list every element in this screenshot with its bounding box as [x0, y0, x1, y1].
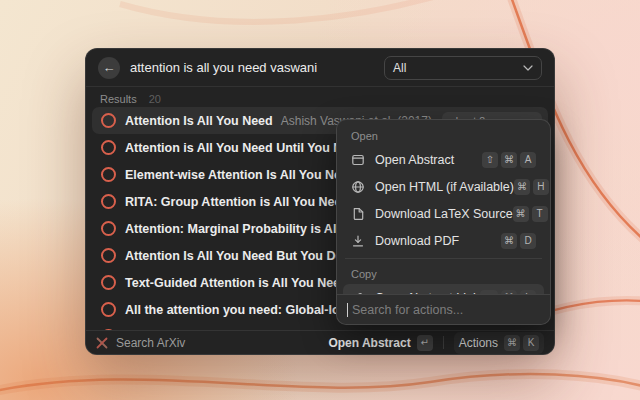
- results-count: 20: [149, 93, 161, 105]
- app-name: Search ArXiv: [116, 336, 185, 350]
- keycap: K: [523, 335, 539, 351]
- paper-ring-icon: [101, 221, 116, 236]
- menu-item-download-pdf[interactable]: Download PDF⌘D: [343, 227, 544, 254]
- paper-ring-icon: [101, 113, 116, 128]
- filter-selected-value: All: [393, 61, 406, 75]
- menu-item-download-latex-source[interactable]: Download LaTeX Source⌘T: [343, 200, 544, 227]
- return-keycap: ↵: [417, 335, 433, 351]
- results-section-header: Results 20: [86, 87, 554, 108]
- menu-item-label: Download PDF: [375, 234, 459, 248]
- paper-ring-icon: [101, 275, 116, 290]
- keycap: ⌘: [513, 206, 529, 222]
- keycap: ⌘: [501, 233, 517, 249]
- shortcut-keys: ⌘D: [501, 233, 536, 249]
- menu-item-label: Download LaTeX Source: [375, 207, 513, 221]
- actions-search-bar: [337, 294, 550, 324]
- menu-section-divider: [345, 258, 542, 259]
- file-icon: [351, 207, 365, 221]
- back-arrow-icon: ←: [103, 60, 116, 75]
- menu-item-open-abstract[interactable]: Open Abstract⇧⌘A: [343, 146, 544, 173]
- paper-ring-icon: [101, 140, 116, 155]
- chevron-down-icon: [523, 65, 533, 71]
- actions-menu: OpenOpen Abstract⇧⌘AOpen HTML (if Availa…: [336, 119, 551, 325]
- result-title: Element-wise Attention Is All You Need: [125, 168, 356, 182]
- search-query-input[interactable]: attention is all you need vaswani: [130, 60, 317, 75]
- actions-search-input[interactable]: [350, 302, 540, 318]
- shortcut-keys: ⌘T: [513, 206, 548, 222]
- download-icon: [351, 234, 365, 248]
- keycap: A: [520, 152, 536, 168]
- globe-icon: [351, 180, 365, 194]
- arxiv-x-icon: [96, 337, 108, 349]
- menu-item-label: Open HTML (if Available): [375, 180, 514, 194]
- menu-item-label: Open Abstract: [375, 153, 454, 167]
- keycap: ⇧: [482, 152, 498, 168]
- category-filter-dropdown[interactable]: All: [384, 56, 542, 80]
- actions-menu-list: OpenOpen Abstract⇧⌘AOpen HTML (if Availa…: [337, 120, 550, 316]
- menu-section-title: Open: [343, 125, 544, 146]
- keycap: T: [532, 206, 548, 222]
- text-caret: [347, 303, 348, 317]
- paper-ring-icon: [101, 167, 116, 182]
- app-window-icon: [351, 153, 365, 167]
- keycap: ⌘: [501, 152, 517, 168]
- footer-separator: [443, 336, 444, 349]
- paper-ring-icon: [101, 302, 116, 317]
- menu-section-title: Copy: [343, 263, 544, 284]
- result-title: Attention Is All You Need: [125, 114, 273, 128]
- menu-item-open-html-if-available-[interactable]: Open HTML (if Available)⌘H: [343, 173, 544, 200]
- back-button[interactable]: ←: [98, 57, 120, 79]
- paper-ring-icon: [101, 248, 116, 263]
- actions-button[interactable]: Actions ⌘K: [454, 332, 544, 354]
- keycap: ⌘: [514, 179, 530, 195]
- keycap: ⌘: [504, 335, 520, 351]
- keycap: D: [520, 233, 536, 249]
- actions-label: Actions: [459, 336, 498, 350]
- shortcut-keys: ⇧⌘A: [482, 152, 536, 168]
- keycap: H: [533, 179, 549, 195]
- results-label: Results: [100, 93, 137, 105]
- paper-ring-icon: [101, 194, 116, 209]
- shortcut-keys: ⌘H: [514, 179, 549, 195]
- search-bar: ← attention is all you need vaswani All: [86, 49, 554, 86]
- status-bar: Search ArXiv Open Abstract ↵ Actions ⌘K: [86, 330, 554, 354]
- primary-action-label[interactable]: Open Abstract: [328, 336, 410, 350]
